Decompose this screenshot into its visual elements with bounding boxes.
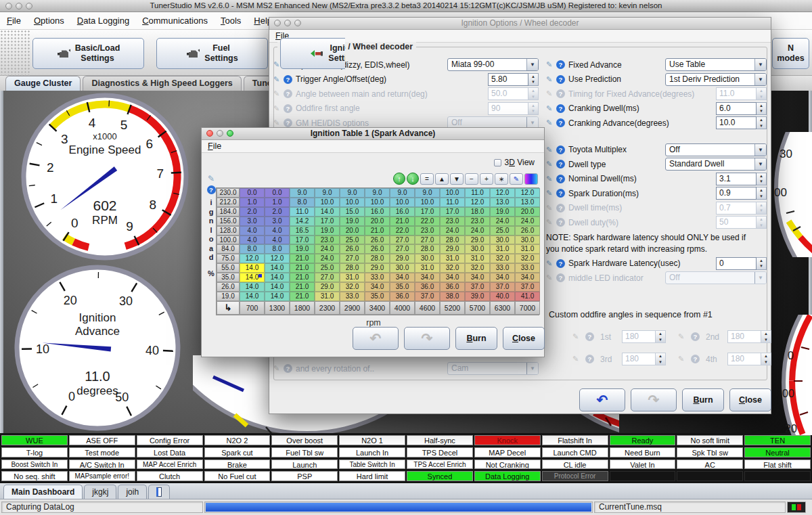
table-cell[interactable]: 1.0 [240,198,265,207]
table-cell[interactable]: 20.0 [365,217,390,226]
undo-button[interactable]: ↶ [579,388,625,411]
table-cell[interactable]: 31.0 [340,273,365,282]
table-cell[interactable]: 34.0 [490,273,515,282]
table-cell[interactable]: 4.0 [265,226,290,236]
table-cell[interactable]: 36.0 [390,292,415,301]
help-icon[interactable]: ? [556,204,565,212]
decrement-icon[interactable]: ▼ [450,173,464,185]
table-cell[interactable]: 38.0 [440,292,465,301]
table-cell[interactable]: 33.0 [340,292,365,301]
menu-options[interactable]: Options [34,12,64,29]
menu-file[interactable]: File [7,12,21,29]
help-icon[interactable]: ? [556,189,565,198]
table-cell[interactable]: 21.0 [365,226,390,236]
spinner-buttons[interactable]: ▲▼ [757,257,767,270]
chevron-down-icon[interactable]: ▼ [754,74,766,85]
table-cell[interactable]: 14.0 [265,292,290,301]
table-cell[interactable]: 25.0 [340,236,365,245]
table-cell[interactable]: 24.0 [465,226,490,236]
maximize-icon[interactable] [294,20,301,26]
table-cell[interactable]: 8.0 [265,244,290,254]
table-cell[interactable]: 31.0 [465,254,490,263]
help-icon[interactable]: ? [284,364,292,373]
table-cell[interactable]: 24.0 [515,217,540,226]
table-cell[interactable]: 17.0 [315,217,340,226]
table-cell[interactable]: 37.0 [465,282,490,292]
table-cell[interactable]: 30.0 [515,236,540,245]
table-cell[interactable]: 25.0 [315,263,340,273]
table-cell[interactable]: 31.0 [315,292,340,301]
table-cell[interactable]: 23.0 [415,226,440,236]
spinner[interactable]: 6.0▲▼ [716,102,767,115]
undo-button[interactable]: ↶ [353,327,399,350]
table-cell[interactable]: 37.0 [490,282,515,292]
table-cell[interactable]: 14.0 [265,263,290,273]
table-cell[interactable]: 10.0 [390,198,415,207]
spinner[interactable]: 10.0▲▼ [716,116,767,129]
table-cell[interactable]: 24.0 [315,254,340,263]
table-cell[interactable]: 12.0 [465,198,490,207]
table-cell[interactable]: 8.0 [290,198,315,207]
chevron-down-icon[interactable]: ▼ [754,158,766,170]
redo-button[interactable]: ↷ [404,327,450,350]
table-cell[interactable]: 37.0 [515,282,540,292]
table-cell[interactable]: 41.0 [515,292,540,301]
help-icon[interactable]: ? [284,89,292,98]
table-cell[interactable]: 18.0 [465,207,490,217]
table-cell[interactable]: 3.0 [265,217,290,226]
dashboard-tab-main-dashboard[interactable]: Main Dashboard [3,485,83,499]
table-cell[interactable]: 24.0 [315,244,340,254]
table-cell[interactable]: 34.0 [465,273,490,282]
increment-icon[interactable]: ▲ [435,173,449,185]
table-cell[interactable]: 40.0 [490,292,515,301]
table-cell[interactable]: 28.0 [415,244,440,254]
table-cell[interactable]: 31.0 [440,254,465,263]
table-cell[interactable]: 32.0 [465,263,490,273]
table-cell[interactable]: 3.0 [240,217,265,226]
close-icon[interactable] [274,20,281,26]
table-cell[interactable]: 25.0 [490,226,515,236]
table-cell[interactable]: 24.0 [440,226,465,236]
table-cell[interactable]: 14.0 [265,282,290,292]
edit-pencil-icon[interactable]: ✎ [206,174,217,183]
chevron-down-icon[interactable]: ▼ [754,144,766,156]
table-down-icon[interactable]: ↓ [407,173,419,185]
table-cell[interactable]: 9.0 [315,188,340,198]
table-cell[interactable]: 23.0 [440,217,465,226]
table-cell[interactable]: 14.0 [240,282,265,292]
ignition-settings-button[interactable]: IgnitionSettings [280,38,345,69]
table-cell[interactable]: 9.0 [415,188,440,198]
set-equal-icon[interactable]: = [420,173,434,185]
table-cell[interactable]: 27.0 [315,273,340,282]
chevron-down-icon[interactable]: ▼ [526,59,538,70]
table-cell[interactable]: 28.0 [365,254,390,263]
dropdown[interactable]: Use Table▼ [665,58,767,71]
help-icon[interactable]: ? [556,145,565,154]
table-cell[interactable]: 11.0 [440,198,465,207]
table-cell[interactable]: 10.0 [415,198,440,207]
table-cell[interactable]: 33.0 [515,263,540,273]
table-cell[interactable]: 31.0 [415,263,440,273]
close-button[interactable]: Close [503,327,545,350]
table-cell[interactable]: 14.2 [290,217,315,226]
table-cell[interactable]: 16.5 [290,226,315,236]
table-cell[interactable]: 28.0 [340,263,365,273]
table-cell[interactable]: 29.0 [315,282,340,292]
table-cell[interactable]: 29.0 [365,263,390,273]
help-icon[interactable]: ? [556,218,565,227]
table-cell[interactable]: 16.0 [390,207,415,217]
table-cell[interactable]: 4.0 [240,226,265,236]
menu-communications[interactable]: Communications [142,12,208,29]
table-cell[interactable]: 33.0 [365,273,390,282]
menu-tools[interactable]: Tools [221,12,241,29]
checkbox-icon[interactable] [494,159,501,166]
table-cell[interactable]: 32.0 [490,254,515,263]
help-icon[interactable]: ? [556,89,565,98]
maximize-icon[interactable] [26,3,32,9]
dashboard-tab-new[interactable] [148,485,170,499]
table-cell[interactable]: 12.0 [490,188,515,198]
table-cell[interactable]: 34.0 [515,273,540,282]
table-cell[interactable]: 35.0 [390,282,415,292]
table-cell[interactable]: 10.0 [365,198,390,207]
table-cell[interactable]: 17.0 [440,207,465,217]
